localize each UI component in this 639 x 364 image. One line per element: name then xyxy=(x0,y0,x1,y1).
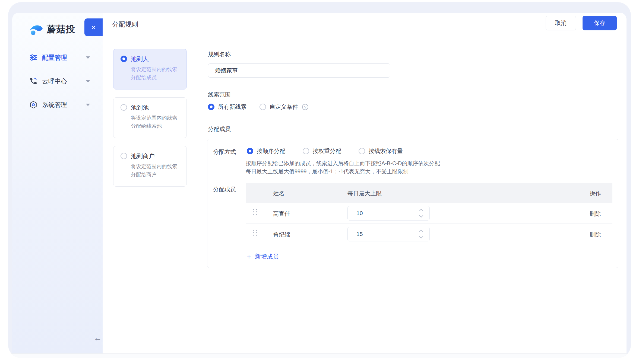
column-header-daily-max: 每日最大上限 xyxy=(347,190,382,197)
delete-member-link[interactable]: 删除 xyxy=(590,210,601,218)
method-option-label: 按顺序分配 xyxy=(257,147,285,155)
stepper-up-icon[interactable] xyxy=(419,230,423,234)
rule-name-label: 规则名称 xyxy=(208,50,231,58)
stepper-controls xyxy=(418,206,425,220)
system-icon xyxy=(29,101,37,109)
rule-type-title: 池到人 xyxy=(131,56,181,63)
radio-selected-icon xyxy=(208,104,214,110)
allocation-members-label: 分配成员 xyxy=(213,186,236,193)
daily-max-input[interactable] xyxy=(348,206,413,220)
add-member-button[interactable]: ＋ 新增成员 xyxy=(246,253,279,261)
chevron-down-icon xyxy=(86,104,90,106)
method-option-by-lead-holding[interactable]: 按线索保有量 xyxy=(359,147,403,155)
drag-handle-icon[interactable] xyxy=(253,209,258,218)
table-row: 曾纪锦 删除 xyxy=(246,224,612,245)
brand-name: 蘑菇投 xyxy=(47,23,75,36)
plus-icon: ＋ xyxy=(246,254,252,260)
allocation-description-line2: 每日最大上线最大值9999，最小值-1；-1代表无穷大，不受上限限制 xyxy=(246,167,440,175)
delete-member-link[interactable]: 删除 xyxy=(590,231,601,238)
radio-unselected-icon xyxy=(359,148,365,154)
close-button[interactable]: × xyxy=(84,18,103,36)
drag-handle-icon[interactable] xyxy=(253,230,258,238)
sidebar-item-label: 系统管理 xyxy=(42,101,67,109)
member-name: 曾纪锦 xyxy=(273,231,290,238)
allocation-method-options: 按顺序分配 按权重分配 按线索保有量 xyxy=(247,147,403,155)
sidebar-collapse-icon[interactable]: ← xyxy=(94,333,102,343)
sliders-icon xyxy=(29,53,37,62)
column-header-action: 操作 xyxy=(590,190,601,197)
table-header-row: 姓名 每日最大上限 操作 xyxy=(246,183,612,203)
rule-type-title: 池到商户 xyxy=(131,153,181,160)
drawer-header: 分配规则 取消 保存 xyxy=(103,13,627,37)
allocation-box: 分配方式 按顺序分配 按权重分配 按线索保有量 按顺序分配给已添加的成员，线索进… xyxy=(207,139,618,268)
brand-logo-icon xyxy=(29,23,43,36)
add-member-label: 新增成员 xyxy=(255,253,279,261)
rule-type-card-pool-to-person[interactable]: 池到人 将设定范围内的线索分配给成员 xyxy=(113,49,187,90)
table-row: 高官任 删除 xyxy=(246,203,612,224)
rule-type-title: 池到池 xyxy=(131,104,181,111)
cancel-button[interactable]: 取消 xyxy=(546,16,576,30)
member-name: 高官任 xyxy=(273,210,290,218)
method-option-by-order[interactable]: 按顺序分配 xyxy=(247,147,285,155)
rule-name-input[interactable] xyxy=(208,63,390,78)
sidebar-menu: 配置管理 云呼中心 系统管理 xyxy=(12,51,103,111)
allocation-description-line1: 按顺序分配给已添加的成员，线索进入后将自上而下按照A-B-C-D的顺序依次分配 xyxy=(246,159,440,167)
radio-unselected-icon xyxy=(303,148,309,154)
brand: 蘑菇投 xyxy=(29,23,75,36)
column-header-name: 姓名 xyxy=(273,190,284,197)
stepper-down-icon[interactable] xyxy=(419,213,423,218)
app-window: 蘑菇投 配置管理 云呼中心 xyxy=(8,2,631,358)
sidebar-item-callcenter[interactable]: 云呼中心 xyxy=(12,75,103,88)
radio-unselected-icon xyxy=(260,104,266,110)
stepper-up-icon[interactable] xyxy=(419,209,423,213)
sidebar-item-system[interactable]: 系统管理 xyxy=(12,98,103,111)
daily-max-stepper xyxy=(347,227,430,241)
sidebar-item-config[interactable]: 配置管理 xyxy=(12,51,103,64)
stepper-down-icon[interactable] xyxy=(419,234,423,239)
scope-option-label: 自定义条件 xyxy=(270,103,298,111)
lead-scope-label: 线索范围 xyxy=(208,91,231,98)
scope-option-all-new-leads[interactable]: 所有新线索 xyxy=(208,103,246,111)
allocation-rule-drawer: × 分配规则 取消 保存 池到人 将设定范围内的线索分配给成员 xyxy=(103,13,627,353)
method-option-label: 按线索保有量 xyxy=(369,147,403,155)
save-button[interactable]: 保存 xyxy=(583,16,617,30)
allocation-method-label: 分配方式 xyxy=(213,148,236,156)
scope-option-label: 所有新线索 xyxy=(218,103,246,111)
stepper-controls xyxy=(418,227,425,241)
allocation-description: 按顺序分配给已添加的成员，线索进入后将自上而下按照A-B-C-D的顺序依次分配 … xyxy=(246,159,440,175)
member-table: 姓名 每日最大上限 操作 高官任 xyxy=(246,183,612,245)
scope-option-custom-condition[interactable]: 自定义条件 ? xyxy=(260,103,308,111)
daily-max-input[interactable] xyxy=(348,227,413,241)
rule-type-desc: 将设定范围内的线索分配给线索池 xyxy=(131,114,181,130)
sidebar: 蘑菇投 配置管理 云呼中心 xyxy=(12,13,103,353)
radio-selected-icon[interactable] xyxy=(121,56,127,62)
page-title: 分配规则 xyxy=(112,20,138,29)
sidebar-item-label: 配置管理 xyxy=(42,53,67,62)
sidebar-item-label: 云呼中心 xyxy=(42,77,67,85)
members-section-label: 分配成员 xyxy=(208,125,231,133)
rule-type-card-pool-to-merchant[interactable]: 池到商户 将设定范围内的线索分配给商户 xyxy=(113,146,187,187)
radio-selected-icon xyxy=(247,148,253,154)
radio-unselected-icon[interactable] xyxy=(121,153,127,159)
chevron-down-icon xyxy=(86,80,90,82)
window-footer-strip xyxy=(8,353,631,358)
rule-type-desc: 将设定范围内的线索分配给商户 xyxy=(131,162,181,179)
radio-unselected-icon[interactable] xyxy=(121,104,127,111)
help-icon[interactable]: ? xyxy=(302,104,308,110)
lead-scope-options: 所有新线索 自定义条件 ? xyxy=(208,103,308,111)
method-option-by-weight[interactable]: 按权重分配 xyxy=(303,147,341,155)
rule-type-list: 池到人 将设定范围内的线索分配给成员 池到池 将设定范围内的线索分配给线索池 xyxy=(103,37,196,353)
method-option-label: 按权重分配 xyxy=(313,147,341,155)
chevron-down-icon xyxy=(86,56,90,59)
rule-type-card-pool-to-pool[interactable]: 池到池 将设定范围内的线索分配给线索池 xyxy=(113,97,187,138)
daily-max-stepper xyxy=(347,206,430,221)
phone-icon xyxy=(29,77,37,85)
rule-type-desc: 将设定范围内的线索分配给成员 xyxy=(131,65,181,82)
